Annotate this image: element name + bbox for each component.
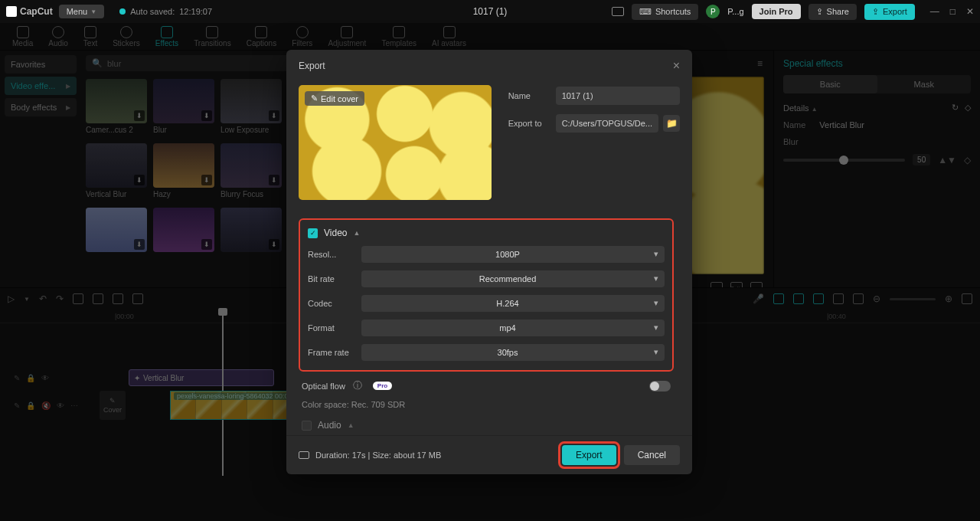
optical-flow-toggle[interactable] <box>649 381 671 392</box>
shortcuts-button[interactable]: ⌨Shortcuts <box>632 4 698 20</box>
layout-icon[interactable] <box>612 7 624 16</box>
pencil-icon: ✎ <box>311 93 318 103</box>
name-field[interactable]: 1017 (1) <box>556 87 680 105</box>
video-settings-group: ✓Video▲ Resol...1080P Bit rateRecommende… <box>299 218 674 372</box>
modal-title: Export <box>299 61 325 71</box>
keyboard-icon: ⌨ <box>639 7 652 17</box>
codec-select[interactable]: H.264 <box>361 295 665 312</box>
framerate-select[interactable]: 30fps <box>361 344 665 361</box>
titlebar: CapCut Menu▼ Auto saved: 12:19:07 1017 (… <box>0 0 980 23</box>
autosave-indicator: Auto saved: 12:19:07 <box>119 7 212 16</box>
export-icon: ⇪ <box>872 7 879 17</box>
duration-icon <box>299 451 309 459</box>
maximize-icon[interactable]: □ <box>950 6 956 17</box>
export-modal: Export × ✎Edit cover Name 1017 (1) Expor… <box>286 50 692 474</box>
menu-button[interactable]: Menu▼ <box>59 5 104 18</box>
avatar[interactable]: P <box>706 5 720 18</box>
pro-badge: Pro <box>373 382 392 390</box>
document-title[interactable]: 1017 (1) <box>473 6 508 17</box>
info-icon[interactable]: ⓘ <box>353 379 362 392</box>
user-name: P...g <box>727 7 743 16</box>
logo-icon <box>6 6 17 17</box>
join-pro-button[interactable]: Join Pro <box>752 4 801 19</box>
close-icon[interactable]: ✕ <box>966 6 974 17</box>
minimize-icon[interactable]: — <box>930 6 939 17</box>
share-button[interactable]: ⇪Share <box>808 4 857 20</box>
video-checkbox[interactable]: ✓ <box>308 228 318 238</box>
colorspace-info: Color space: Rec. 709 SDR <box>299 400 674 420</box>
export-top-button[interactable]: ⇪Export <box>864 4 915 20</box>
dot-icon <box>119 8 126 15</box>
export-button[interactable]: Export <box>562 445 616 465</box>
bitrate-select[interactable]: Recommended <box>361 270 665 287</box>
cover-preview: ✎Edit cover <box>299 85 492 200</box>
resolution-select[interactable]: 1080P <box>361 246 665 263</box>
path-field[interactable]: C:/Users/TOPGUS/De... <box>556 114 658 133</box>
modal-close-icon[interactable]: × <box>673 59 680 73</box>
share-icon: ⇪ <box>816 7 823 17</box>
format-select[interactable]: mp4 <box>361 319 665 336</box>
edit-cover-button[interactable]: ✎Edit cover <box>305 91 364 106</box>
folder-icon[interactable]: 📁 <box>663 115 680 132</box>
audio-checkbox[interactable]: ✓ <box>302 421 312 431</box>
app-logo: CapCut <box>6 6 53 17</box>
cancel-button[interactable]: Cancel <box>624 445 680 465</box>
